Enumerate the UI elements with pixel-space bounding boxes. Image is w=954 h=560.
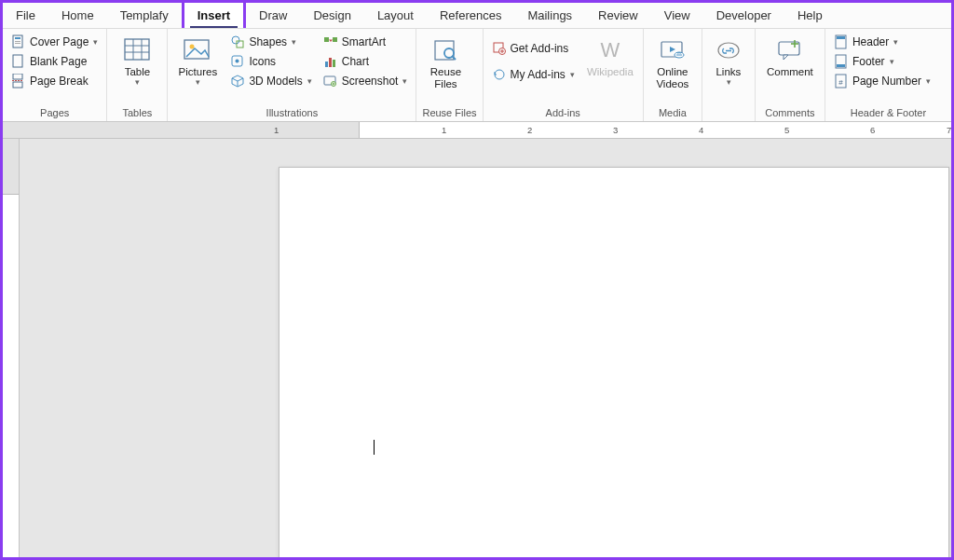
text-cursor	[374, 440, 375, 455]
svg-rect-27	[329, 58, 332, 67]
links-label: Links	[716, 66, 741, 77]
tab-layout[interactable]: Layout	[364, 3, 427, 28]
ruler-tick: 7	[947, 125, 951, 135]
tab-references[interactable]: References	[427, 3, 514, 28]
group-reuse-files: Reuse Files Reuse Files	[416, 29, 483, 121]
group-media-label: Media	[649, 104, 696, 121]
svg-point-14	[190, 45, 195, 49]
reuse-files-button[interactable]: Reuse Files	[422, 31, 469, 90]
ruler-left-margin	[3, 122, 360, 138]
chevron-down-icon: ▾	[402, 76, 407, 86]
tab-developer[interactable]: Developer	[703, 3, 784, 28]
screenshot-button[interactable]: Screenshot ▾	[320, 73, 411, 89]
svg-rect-23	[324, 37, 329, 42]
group-tables: Table ▾ Tables	[107, 29, 168, 121]
table-button[interactable]: Table ▾	[113, 31, 161, 87]
shapes-label: Shapes	[249, 35, 287, 48]
group-pages-label: Pages	[8, 104, 101, 121]
group-comments: Comment Comments	[756, 29, 825, 121]
blank-page-icon	[11, 54, 26, 69]
page-number-label: Page Number	[852, 75, 921, 88]
chart-icon	[323, 54, 338, 69]
blank-page-button[interactable]: Blank Page	[8, 53, 101, 70]
chevron-down-icon: ▾	[893, 37, 898, 47]
page-number-button[interactable]: # Page Number ▾	[831, 73, 934, 89]
svg-rect-3	[15, 43, 20, 44]
tab-home[interactable]: Home	[48, 3, 107, 28]
shapes-button[interactable]: Shapes ▾	[227, 34, 314, 50]
footer-label: Footer	[852, 55, 885, 68]
get-addins-icon	[492, 41, 507, 56]
smartart-label: SmartArt	[342, 35, 386, 48]
icons-icon	[230, 54, 245, 69]
screenshot-label: Screenshot	[342, 75, 399, 88]
tab-insert[interactable]: Insert	[182, 0, 246, 28]
ribbon: Cover Page ▾ Blank Page Page Break Pages…	[3, 29, 951, 122]
online-videos-button[interactable]: Online Videos	[649, 31, 696, 90]
get-addins-label: Get Add-ins	[511, 42, 569, 55]
get-addins-button[interactable]: Get Add-ins	[489, 40, 578, 57]
tab-templafy[interactable]: Templafy	[107, 3, 182, 28]
svg-line-21	[238, 78, 243, 81]
svg-rect-53	[837, 64, 845, 67]
smartart-button[interactable]: SmartArt	[320, 34, 411, 50]
group-pages: Cover Page ▾ Blank Page Page Break Pages	[3, 29, 107, 121]
tab-file[interactable]: File	[3, 3, 48, 28]
tab-review[interactable]: Review	[585, 3, 651, 28]
screenshot-icon	[323, 74, 338, 89]
tab-mailings[interactable]: Mailings	[514, 3, 585, 28]
footer-button[interactable]: Footer ▾	[831, 53, 934, 70]
wikipedia-button[interactable]: W Wikipedia	[583, 31, 637, 77]
svg-rect-24	[333, 37, 337, 42]
group-media: Online Videos Media	[644, 29, 702, 121]
tab-draw[interactable]: Draw	[246, 3, 300, 28]
header-button[interactable]: Header ▾	[831, 34, 934, 50]
horizontal-ruler[interactable]: 1 1 2 3 4 5 6 7	[3, 122, 951, 139]
tab-view[interactable]: View	[651, 3, 703, 28]
cover-page-label: Cover Page	[30, 35, 89, 48]
vertical-ruler[interactable]	[3, 139, 20, 560]
comment-label: Comment	[767, 66, 813, 77]
cover-page-button[interactable]: Cover Page ▾	[8, 34, 101, 50]
chevron-down-icon: ▾	[727, 77, 731, 87]
document-page[interactable]	[279, 167, 949, 558]
pictures-button[interactable]: Pictures ▾	[173, 31, 222, 87]
smartart-icon	[323, 34, 338, 49]
comment-icon	[774, 36, 806, 64]
svg-rect-6	[13, 82, 22, 88]
comment-button[interactable]: Comment	[761, 31, 819, 77]
page-break-button[interactable]: Page Break	[8, 73, 101, 89]
pictures-label: Pictures	[179, 66, 218, 77]
tab-design[interactable]: Design	[300, 3, 363, 28]
my-addins-button[interactable]: My Add-ins ▾	[489, 66, 578, 83]
3d-models-button[interactable]: 3D Models ▾	[227, 73, 314, 89]
svg-rect-28	[333, 60, 335, 67]
table-label: Table	[125, 66, 151, 77]
canvas-area	[20, 139, 951, 560]
svg-rect-4	[13, 55, 22, 67]
chevron-down-icon: ▾	[93, 37, 98, 47]
wikipedia-icon: W	[594, 36, 626, 64]
group-reuse-files-label: Reuse Files	[422, 104, 476, 121]
header-label: Header	[852, 35, 889, 48]
reuse-files-icon	[429, 36, 461, 64]
footer-icon	[834, 54, 849, 69]
chevron-down-icon: ▾	[196, 77, 200, 87]
ruler-top-margin	[3, 139, 19, 195]
links-button[interactable]: Links ▾	[708, 31, 749, 87]
tab-help[interactable]: Help	[784, 3, 836, 28]
ruler-tick: 1	[442, 125, 446, 135]
icons-button[interactable]: Icons	[227, 53, 314, 70]
chevron-down-icon: ▾	[570, 70, 575, 79]
chart-button[interactable]: Chart	[320, 53, 411, 70]
group-illustrations: Pictures ▾ Shapes ▾ Icons 3D Models ▾	[168, 29, 416, 121]
chevron-down-icon: ▾	[307, 76, 312, 86]
svg-point-18	[236, 60, 239, 63]
chevron-down-icon: ▾	[135, 77, 140, 87]
blank-page-label: Blank Page	[30, 55, 87, 68]
ruler-tick: 2	[527, 125, 532, 135]
chevron-down-icon: ▾	[890, 57, 894, 66]
cover-page-icon	[11, 34, 26, 49]
svg-marker-42	[670, 47, 675, 52]
group-addins-label: Add-ins	[489, 104, 637, 121]
